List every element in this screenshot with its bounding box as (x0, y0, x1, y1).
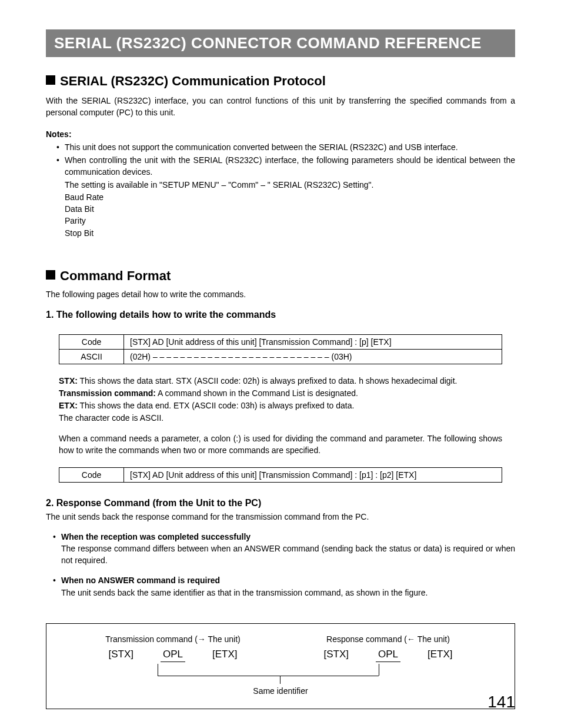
def-label: ETX: (59, 401, 78, 410)
subline: Baud Rate (65, 191, 515, 203)
table-row: Code [STX] AD [Unit address of this unit… (59, 467, 502, 482)
list-item: • When the reception was completed succe… (53, 531, 515, 575)
table-cell: Code (59, 467, 124, 482)
def-text: A command shown in the Command List is d… (156, 388, 358, 398)
token-stx: [STX] (323, 649, 349, 660)
connector-line (280, 676, 379, 676)
subheading-write-commands: 1. The following details how to write th… (46, 310, 515, 320)
subline: Parity (65, 215, 515, 227)
diagram-label-right: Response command (← The unit) (280, 634, 496, 644)
definition-row: STX: This shows the data start. STX (ASC… (59, 375, 502, 387)
square-bullet-icon (46, 75, 55, 85)
list-text: When controlling the unit with the SERIA… (65, 154, 515, 178)
connector-line (158, 664, 158, 676)
sub-text: The unit sends back the same identifier … (61, 587, 515, 599)
def-text: This shows the data start. STX (ASCII co… (78, 376, 458, 385)
command-diagram: Transmission command (→ The unit) [STX] … (46, 623, 515, 709)
table-cell: [STX] AD [Unit address of this unit] [Tr… (124, 334, 502, 349)
notes-list: • This unit does not support the communi… (46, 141, 515, 178)
diagram-label-left: Transmission command (→ The unit) (65, 634, 280, 644)
square-bullet-icon (46, 270, 55, 280)
list-item: • This unit does not support the communi… (56, 141, 515, 153)
connector-line (158, 676, 280, 676)
heading-text: Command Format (60, 268, 171, 283)
table-cell: ASCII (59, 349, 124, 364)
token-opl: OPL (378, 649, 398, 660)
table-row: ASCII (02H) – – – – – – – – – – – – – – … (59, 349, 502, 364)
bullet-dot-icon: • (56, 141, 65, 153)
sub-text: The response command differs between whe… (61, 543, 515, 567)
table-cell: (02H) – – – – – – – – – – – – – – – – – … (124, 349, 502, 364)
def-label: Transmission command: (59, 388, 156, 398)
subheading-response: 2. Response Command (from the Unit to th… (46, 498, 515, 508)
page-banner: SERIAL (RS232C) CONNECTOR COMMAND REFERE… (46, 29, 515, 57)
def-text: This shows the data end. ETX (ASCII code… (78, 401, 355, 410)
bullet-dot-icon: • (53, 531, 61, 575)
bullet-dot-icon: • (53, 574, 61, 607)
subline: Stop Bit (65, 227, 515, 239)
parameter-para: When a command needs a parameter, a colo… (59, 433, 502, 457)
def-label: STX: (59, 376, 78, 385)
definitions: STX: This shows the data start. STX (ASC… (59, 375, 502, 424)
definition-row: The character code is ASCII. (59, 412, 502, 424)
definition-row: Transmission command: A command shown in… (59, 387, 502, 400)
sub-heading: When no ANSWER command is required (61, 574, 515, 586)
notes-label: Notes: (46, 129, 515, 139)
connector-line (379, 664, 379, 676)
bullet-dot-icon: • (56, 154, 65, 178)
sub-heading: When the reception was completed success… (61, 531, 515, 543)
subline: The setting is available in "SETUP MENU"… (65, 179, 515, 191)
section-heading-protocol: SERIAL (RS232C) Communication Protocol (46, 74, 515, 89)
heading-text: SERIAL (RS232C) Communication Protocol (60, 74, 326, 88)
token-etx: [ETX] (428, 649, 453, 660)
list-item: • When controlling the unit with the SER… (56, 154, 515, 178)
token-stx: [STX] (108, 649, 133, 660)
command-table-1: Code [STX] AD [Unit address of this unit… (59, 334, 502, 364)
notes-sublines: The setting is available in "SETUP MENU"… (65, 179, 515, 238)
list-item: • When no ANSWER command is required The… (53, 574, 515, 607)
definition-row: ETX: This shows the data end. ETX (ASCII… (59, 400, 502, 412)
connector-line (280, 676, 280, 684)
list-text: This unit does not support the communica… (65, 141, 515, 153)
protocol-intro: With the SERIAL (RS232C) interface, you … (46, 95, 515, 119)
token-etx: [ETX] (212, 649, 238, 660)
token-opl: OPL (163, 649, 183, 660)
subline: Data Bit (65, 203, 515, 215)
table-row: Code [STX] AD [Unit address of this unit… (59, 334, 502, 349)
page-number: 141 (487, 693, 515, 712)
command-table-2: Code [STX] AD [Unit address of this unit… (59, 467, 502, 483)
command-format-intro: The following pages detail how to write … (46, 290, 515, 299)
same-identifier-label: Same identifier (65, 686, 496, 696)
table-cell: Code (59, 334, 124, 349)
response-intro: The unit sends back the response command… (46, 512, 515, 521)
table-cell: [STX] AD [Unit address of this unit] [Tr… (124, 467, 502, 482)
section-heading-command-format: Command Format (46, 268, 515, 284)
